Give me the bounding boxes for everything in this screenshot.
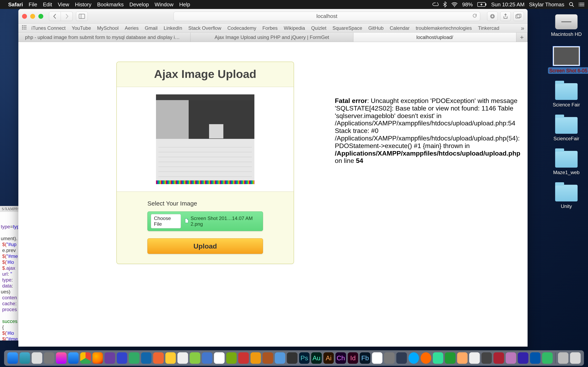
dock-skype[interactable] (408, 352, 419, 364)
upload-button[interactable]: Upload (147, 238, 263, 254)
minimize-window-button[interactable] (30, 14, 35, 19)
folder-science-fair[interactable]: Science Fair (548, 83, 585, 108)
dock-app-24[interactable] (506, 352, 516, 364)
fav-youtube[interactable]: YouTube (72, 25, 91, 31)
dock-app-13[interactable] (251, 352, 261, 364)
close-window-button[interactable] (22, 14, 27, 19)
menu-file[interactable]: File (29, 1, 37, 8)
dock-github[interactable] (469, 352, 480, 364)
drive-macintosh-hd[interactable]: Macintosh HD (548, 14, 585, 37)
dock-illustrator[interactable]: Ai (323, 352, 334, 364)
dock-finder[interactable] (7, 352, 18, 364)
fav-squarespace[interactable]: SquareSpace (333, 25, 362, 31)
dock-app-7[interactable] (177, 352, 188, 364)
dock-app-1[interactable] (104, 352, 115, 364)
reload-icon[interactable] (472, 13, 477, 19)
dock-app-2[interactable] (117, 352, 127, 364)
fav-gmail[interactable]: Gmail (145, 25, 158, 31)
dock-app-19[interactable] (396, 352, 407, 364)
folder-maze1-web[interactable]: Maze1_web (548, 151, 585, 175)
dock-app-12[interactable] (238, 352, 249, 364)
dock-settings[interactable] (32, 352, 42, 364)
menu-bookmarks[interactable]: Bookmarks (97, 1, 124, 8)
clock[interactable]: Sun 10:25 AM (491, 1, 525, 8)
dock-app-17[interactable] (372, 352, 383, 364)
dock-photoshop[interactable]: Ps (299, 352, 310, 364)
dock-app-26[interactable] (530, 352, 541, 364)
app-name[interactable]: Safari (8, 1, 23, 8)
dock-app-6[interactable] (165, 352, 176, 364)
fav-calendar[interactable]: Calendar (390, 25, 410, 31)
dock-app-27[interactable] (542, 352, 553, 364)
zoom-window-button[interactable] (38, 14, 43, 19)
menu-history[interactable]: History (75, 1, 91, 8)
dock-downloads[interactable] (558, 352, 569, 364)
fav-troublemaker[interactable]: troublemakertechnologies (416, 25, 472, 31)
dock-trash[interactable] (570, 352, 581, 364)
dock-app-14[interactable] (263, 352, 273, 364)
menu-edit[interactable]: Edit (43, 1, 52, 8)
folder-sciencefair[interactable]: ScienceFair (548, 117, 585, 142)
wifi-icon[interactable] (451, 2, 458, 7)
dock-character[interactable]: Ch (336, 352, 346, 364)
choose-file-button[interactable]: Choose File (151, 214, 181, 228)
dock-appstore[interactable] (20, 352, 30, 364)
fav-stackoverflow[interactable]: Stack Overflow (188, 25, 221, 31)
dock-app-21[interactable] (433, 352, 443, 364)
fav-itunes-connect[interactable]: iTunes Connect (31, 25, 66, 31)
bluetooth-icon[interactable] (443, 2, 447, 7)
dock-app-25[interactable] (518, 352, 528, 364)
back-button[interactable] (49, 12, 61, 21)
dock-app-16[interactable] (287, 352, 297, 364)
dock-itunes[interactable] (56, 352, 67, 364)
dock-app-22[interactable] (445, 352, 456, 364)
screenshot-file[interactable]: Screen Shot 6-05…M 2.png (548, 47, 585, 74)
dock-firefox[interactable] (93, 352, 103, 364)
dock-app-3[interactable] (129, 352, 139, 364)
battery-percent[interactable]: 98% (462, 1, 473, 8)
fav-quizlet[interactable]: Quizlet (311, 25, 327, 31)
downloads-button[interactable] (487, 12, 498, 21)
spotlight-icon[interactable] (569, 2, 574, 7)
dock-fb[interactable]: Fb (360, 352, 370, 364)
menu-help[interactable]: Help (179, 1, 190, 8)
dock-audition[interactable]: Au (311, 352, 322, 364)
dock-unity[interactable] (481, 352, 492, 364)
dock-app-4[interactable] (141, 352, 152, 364)
address-bar[interactable]: localhost (173, 12, 480, 21)
dock-app-9[interactable] (202, 352, 213, 364)
forward-button[interactable] (61, 12, 73, 21)
tab-2[interactable]: Ajax Image Upload using PHP and jQuery |… (190, 33, 354, 42)
tab-1[interactable]: php - upload image from submit form to m… (18, 33, 190, 42)
tab-3-active[interactable]: localhost/upload/ (354, 33, 516, 42)
dock-safari[interactable] (68, 352, 79, 364)
fav-myschool[interactable]: MySchool (97, 25, 119, 31)
menu-window[interactable]: Window (155, 1, 173, 8)
tabs-overview-button[interactable] (513, 12, 524, 21)
dock-app-18[interactable] (384, 352, 395, 364)
fav-forbes[interactable]: Forbes (262, 25, 278, 31)
dock-app-15[interactable] (275, 352, 285, 364)
folder-unity[interactable]: Unity (548, 185, 585, 209)
menu-develop[interactable]: Develop (130, 1, 149, 8)
share-button[interactable] (500, 12, 511, 21)
new-tab-button[interactable]: ＋ (516, 33, 527, 42)
dock-app-11[interactable] (226, 352, 237, 364)
menu-extras-icon[interactable] (579, 2, 584, 7)
fav-wikipedia[interactable]: Wikipedia (284, 25, 305, 31)
menu-view[interactable]: View (58, 1, 69, 8)
fav-codecademy[interactable]: Codecademy (227, 25, 256, 31)
fav-github[interactable]: GitHub (368, 25, 384, 31)
dock-blender[interactable] (457, 352, 468, 364)
sidebar-toggle-button[interactable] (76, 12, 88, 21)
file-input[interactable]: Choose File Screen Shot 201…14.07 AM 2.p… (147, 211, 263, 231)
dock-chrome[interactable] (80, 352, 91, 364)
creative-cloud-icon[interactable] (432, 2, 439, 7)
dock-indesign[interactable]: Id (348, 352, 358, 364)
favorites-grid-icon[interactable] (22, 25, 27, 31)
dock-automator[interactable] (44, 352, 54, 364)
dock-app-8[interactable] (190, 352, 200, 364)
fav-tinkercad[interactable]: Tinkercad (478, 25, 499, 31)
user-name[interactable]: Skylar Thomas (529, 1, 564, 8)
fav-linkedin[interactable]: LinkedIn (164, 25, 182, 31)
